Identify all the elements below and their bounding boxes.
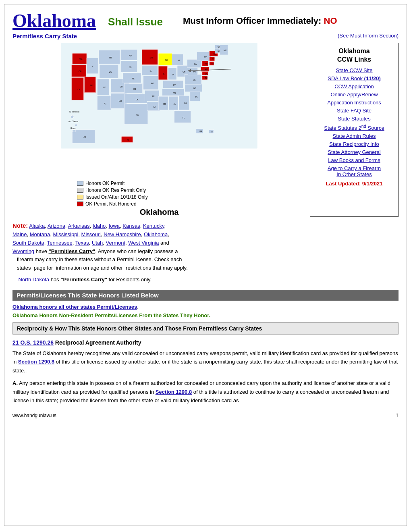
link-oklahoma[interactable]: Oklahoma — [144, 231, 168, 237]
link-south-dakota[interactable]: South Dakota — [12, 240, 44, 246]
sda-law-book-link[interactable]: SDA Law Book (11/20) — [313, 75, 395, 81]
link-iowa[interactable]: Iowa — [109, 223, 120, 229]
section-1290-8-link-1[interactable]: Section 1290.8 — [18, 359, 54, 365]
link-vermont[interactable]: Vermont — [106, 240, 125, 246]
svg-text:CA: CA — [78, 89, 81, 91]
statute-para1: The State of Oklahoma hereby recognizes … — [12, 349, 399, 375]
link-kansas[interactable]: Kansas — [122, 223, 140, 229]
am-samoa-label: Am. Samoa — [68, 121, 79, 123]
map-oklahoma-label: Oklahoma — [12, 208, 306, 217]
reciprocity-box: Reciprocity & How This State Honors Othe… — [12, 322, 399, 335]
guam-label: Guam — [71, 127, 76, 129]
state-reciprocity-info-link[interactable]: State Reciprocity Info — [313, 141, 395, 147]
section-1290-8-link-2[interactable]: Section 1290.8 — [156, 389, 192, 395]
state-title[interactable]: Oklahoma — [12, 12, 96, 30]
svg-text:DC: DC — [205, 77, 208, 79]
online-apply-renew-link[interactable]: Online Apply/Renew — [313, 91, 395, 98]
link-kentucky[interactable]: Kentucky — [143, 223, 164, 229]
link-texas[interactable]: Texas — [75, 240, 89, 246]
legend-box-honors — [77, 181, 83, 186]
svg-text:MA: MA — [214, 53, 217, 55]
link-north-dakota[interactable]: North Dakota — [18, 276, 49, 283]
svg-text:CT: CT — [212, 58, 214, 60]
statute-link[interactable]: 21 O.S. 1290.26 — [12, 339, 54, 346]
permits-bar-text: Permits/Licenses This State Honors Liste… — [17, 292, 159, 299]
svg-text:GA: GA — [184, 102, 187, 104]
svg-text:WI: WI — [165, 59, 168, 61]
note-section: Note: Alaska, Arizona, Arkansas, Idaho, … — [12, 221, 399, 284]
link-missouri[interactable]: Missouri — [81, 231, 101, 237]
map-area: WA OR CA ID NV MT — [12, 43, 306, 217]
svg-text:NV: NV — [90, 85, 93, 87]
main-content: WA OR CA ID NV MT — [12, 43, 399, 217]
svg-text:KY: KY — [173, 84, 176, 86]
link-utah[interactable]: Utah — [92, 240, 103, 246]
note-label: Note: — [12, 222, 28, 229]
svg-text:VA: VA — [193, 79, 196, 81]
link-arizona[interactable]: Arizona — [48, 223, 65, 229]
link-maine[interactable]: Maine — [12, 231, 27, 237]
permits-gray-bar: Permits/Licenses This State Honors Liste… — [12, 290, 399, 301]
honors-all-line: Oklahoma honors all other states Permit/… — [12, 304, 399, 310]
svg-text:LA: LA — [154, 106, 156, 108]
last-updated-date: 9/1/2021 — [362, 181, 383, 187]
state-statutes-2nd-link[interactable]: State Statutes 2nd Source — [313, 124, 395, 131]
svg-text:AZ: AZ — [104, 103, 106, 105]
guam-dot — [72, 130, 75, 132]
map-legend: Honors OK Permit Honors OK Res Permit On… — [77, 181, 306, 207]
permitless-carry-label[interactable]: Permitless Carry State — [12, 33, 77, 39]
svg-text:WA: WA — [79, 58, 83, 60]
svg-text:WY: WY — [109, 71, 112, 73]
link-wyoming[interactable]: Wyoming — [12, 248, 34, 254]
svg-text:FL: FL — [183, 117, 185, 119]
svg-text:SC: SC — [195, 96, 198, 98]
svg-text:TN: TN — [173, 92, 176, 94]
link-tennessee[interactable]: Tennessee — [47, 240, 73, 246]
honors-all-link[interactable]: Oklahoma honors all other states Permit/… — [12, 304, 137, 310]
permitless-carry-text: "Permitless Carry" — [49, 248, 95, 254]
svg-text:NJ: NJ — [205, 63, 208, 65]
link-new-hampshire[interactable]: New Hampshire — [104, 231, 141, 237]
svg-text:OH: OH — [183, 71, 185, 73]
link-montana[interactable]: Montana — [30, 231, 50, 237]
link-mississippi[interactable]: Mississippi — [53, 231, 78, 237]
statute-heading: 21 O.S. 1290.26 Reciprocal Agreement Aut… — [12, 339, 399, 346]
state-admin-rules-link[interactable]: State Admin Rules — [313, 133, 395, 139]
svg-text:KS: KS — [133, 88, 136, 90]
svg-text:NE: NE — [132, 78, 135, 80]
last-updated-label: Last Updated: — [326, 181, 361, 187]
svg-text:ME: ME — [224, 50, 226, 52]
svg-text:MT: MT — [109, 57, 112, 59]
application-instructions-link[interactable]: Application Instructions — [313, 100, 395, 106]
svg-text:MN: MN — [150, 57, 153, 59]
age-to-carry-link[interactable]: Age to Carry a FirearmIn Other States — [313, 165, 395, 177]
law-books-forms-link[interactable]: Law Books and Forms — [313, 157, 395, 163]
see-must-inform-link[interactable]: (See Must Inform Section) — [338, 33, 399, 39]
svg-text:UT: UT — [103, 87, 106, 89]
link-alaska[interactable]: Alaska — [29, 223, 45, 229]
shall-issue: Shall Issue — [108, 16, 163, 28]
ccw-application-link[interactable]: CCW Application — [313, 83, 395, 89]
must-inform-value: NO — [324, 16, 337, 26]
state-attorney-general-link[interactable]: State Attorney General — [313, 149, 395, 155]
svg-text:RI: RI — [212, 63, 214, 65]
link-arkansas[interactable]: Arkansas — [68, 223, 89, 229]
svg-text:CO: CO — [120, 86, 123, 88]
state-faq-site-link[interactable]: State FAQ Site — [313, 108, 395, 114]
svg-text:AK: AK — [84, 136, 87, 138]
link-idaho[interactable]: Idaho — [93, 223, 106, 229]
sidebar-title-line2: CCW Links — [337, 56, 371, 63]
legend-box-not-honored — [77, 202, 83, 206]
statute-heading-text: Reciprocal Agreement Authority — [54, 339, 141, 346]
sidebar-links-box: Oklahoma CCW Links State CCW Site SDA La… — [310, 43, 399, 217]
state-statutes-link[interactable]: State Statutes — [313, 116, 395, 122]
state-ccw-site-link[interactable]: State CCW Site — [313, 67, 395, 73]
sidebar-title-line1: Oklahoma — [338, 48, 369, 54]
page: Oklahoma Shall Issue Must Inform Officer… — [4, 4, 407, 526]
svg-text:OK: OK — [136, 99, 139, 101]
legend-label-honors: Honors OK Permit — [85, 181, 125, 186]
svg-text:IN: IN — [172, 74, 174, 76]
svg-text:AR: AR — [152, 96, 155, 98]
svg-text:PA: PA — [194, 63, 197, 65]
link-west-virginia[interactable]: West Virginia — [128, 240, 159, 246]
